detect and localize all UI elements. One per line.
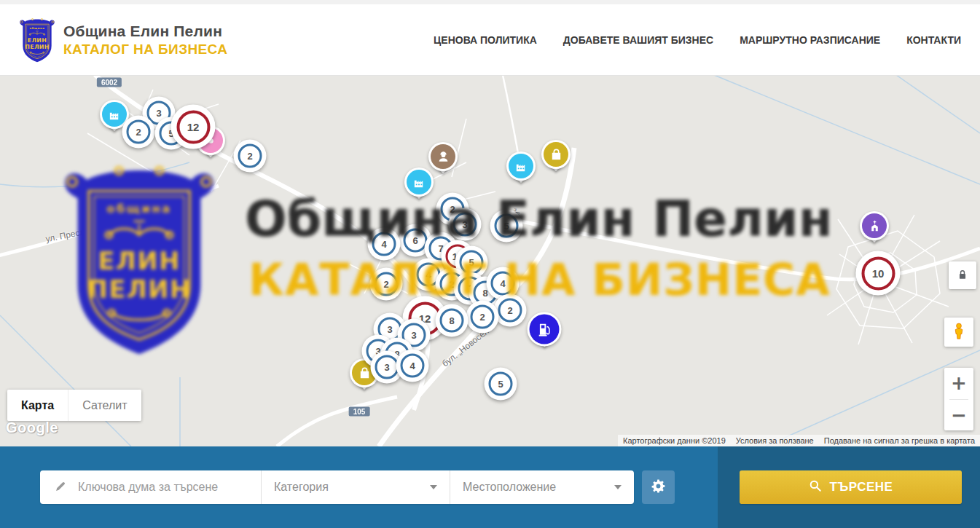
factory-icon (108, 108, 122, 122)
brand-title: Община Елин Пелин (63, 23, 227, 40)
attribution-report-link[interactable]: Подаване на сигнал за грешка в картата (819, 436, 980, 445)
keyword-input[interactable] (77, 480, 254, 494)
cluster-count: 10 (872, 267, 885, 280)
chevron-down-icon (614, 485, 622, 489)
map-type-map-button[interactable]: Карта (7, 390, 68, 421)
cluster-marker[interactable]: 2 (370, 268, 403, 301)
search-button[interactable]: ТЪРСЕНЕ (740, 470, 962, 504)
shopping-bag-icon (358, 366, 372, 380)
cluster-count: 3 (387, 324, 392, 335)
zoom-control: + − (944, 368, 973, 430)
category-pin-factory[interactable] (506, 151, 536, 181)
page: община ЕЛИН ПЕЛИН Община Елин Пелин КАТА… (0, 0, 980, 528)
fuel-icon (536, 320, 553, 338)
brand[interactable]: община ЕЛИН ПЕЛИН Община Елин Пелин КАТА… (19, 16, 227, 64)
cluster-count: 4 (500, 278, 505, 289)
factory-icon (514, 159, 528, 173)
street-view-pegman-button[interactable] (944, 318, 973, 347)
cluster-count: 5 (498, 379, 503, 390)
cluster-count: 4 (409, 360, 415, 371)
road-shield-label: 105 (349, 407, 370, 417)
cluster-marker[interactable]: 3 (449, 208, 482, 241)
crest-word-name2: ПЕЛИН (25, 44, 49, 50)
shopping-bag-icon (549, 148, 563, 162)
advanced-options-button[interactable] (642, 470, 675, 504)
cluster-marker[interactable]: 2 (466, 301, 499, 334)
chevron-down-icon (430, 485, 437, 489)
lock-icon (956, 268, 969, 283)
cluster-count: 12 (187, 121, 200, 133)
cluster-count: 6 (412, 235, 418, 246)
nav-add-your-business[interactable]: ДОБАВЕТЕ ВАШИЯТ БИЗНЕС (563, 34, 713, 46)
search-icon (809, 479, 822, 496)
map-canvas[interactable]: 6002105ул. Преславбул. „Новоселци“ (0, 75, 980, 446)
zoom-in-button[interactable]: + (944, 368, 973, 399)
cluster-count: 3 (156, 108, 161, 119)
cluster-marker[interactable]: 12 (171, 105, 216, 149)
cluster-count: 4 (381, 239, 386, 250)
category-pin-shopping-bag[interactable] (541, 140, 571, 169)
zoom-out-button[interactable]: − (944, 400, 973, 431)
category-select-value: Категория (274, 481, 329, 494)
cluster-marker[interactable]: 10 (856, 251, 901, 296)
pegman-icon (949, 322, 968, 343)
search-button-label: ТЪРСЕНЕ (830, 480, 893, 494)
attribution-copyright: Картографски данни ©2019 (618, 436, 731, 445)
location-select[interactable]: Местоположение (450, 470, 634, 504)
factory-icon (412, 176, 426, 189)
cluster-count: 3 (411, 330, 416, 341)
cluster-count: 2 (479, 312, 485, 323)
nav-route-schedule[interactable]: МАРШРУТНО РАЗПИСАНИЕ (740, 34, 880, 46)
cluster-count: 2 (136, 127, 141, 138)
cluster-count: 4 (426, 269, 431, 280)
map-type-satellite-button[interactable]: Сателит (68, 390, 141, 421)
location-select-value: Местоположение (463, 481, 556, 494)
church-icon (868, 219, 882, 233)
cluster-count: 5 (503, 221, 509, 232)
nav-pricing-policy[interactable]: ЦЕНОВА ПОЛИТИКА (434, 34, 537, 46)
category-pin-church[interactable] (860, 211, 889, 240)
google-logo[interactable]: Google (6, 419, 58, 436)
road-shield-label: 6002 (97, 78, 122, 87)
lock-button[interactable] (949, 261, 976, 289)
map-type-control: Карта Сателит (7, 390, 141, 421)
cluster-marker[interactable]: 5 (485, 368, 517, 401)
search-bar: Категория Местоположение ТЪРСЕНЕ (0, 446, 980, 528)
category-select[interactable]: Категория (261, 470, 450, 504)
cluster-marker[interactable]: 2 (234, 140, 267, 173)
attribution-terms-link[interactable]: Условия за ползване (731, 436, 819, 445)
cluster-marker[interactable]: 5 (490, 210, 523, 243)
cluster-marker[interactable]: 4 (368, 228, 401, 261)
category-pin-factory[interactable] (404, 168, 434, 197)
map-attribution: Картографски данни ©2019 Условия за полз… (618, 435, 980, 446)
category-pin-fuel[interactable] (528, 312, 562, 347)
cluster-count: 3 (462, 219, 467, 230)
cluster-count: 3 (384, 362, 389, 373)
worker-icon (436, 150, 450, 164)
gear-icon (651, 478, 666, 496)
cluster-marker[interactable]: 8 (436, 304, 469, 337)
crest-word-top: община (30, 26, 45, 30)
pencil-icon (55, 480, 67, 495)
brand-subtitle: КАТАЛОГ НА БИЗНЕСА (63, 42, 227, 58)
cluster-count: 2 (507, 305, 512, 316)
nav-contacts[interactable]: КОНТАКТИ (906, 34, 961, 46)
municipality-crest-logo: община ЕЛИН ПЕЛИН (19, 16, 55, 64)
keyword-field[interactable] (40, 470, 261, 504)
cluster-marker[interactable]: 2 (122, 116, 155, 149)
category-pin-worker[interactable] (428, 142, 458, 171)
cluster-count: 2 (247, 151, 252, 162)
cluster-count: 2 (383, 279, 388, 290)
cluster-marker[interactable]: 2 (494, 294, 527, 327)
main-nav: ЦЕНОВА ПОЛИТИКА ДОБАВЕТЕ ВАШИЯТ БИЗНЕС М… (434, 34, 961, 46)
cluster-marker[interactable]: 4 (396, 350, 429, 382)
header: община ЕЛИН ПЕЛИН Община Елин Пелин КАТА… (0, 0, 980, 75)
cluster-count: 8 (449, 315, 454, 326)
cluster-count: 5 (469, 257, 474, 268)
search-fields-group: Категория Местоположение (40, 470, 634, 504)
crest-word-name1: ЕЛИН (28, 37, 47, 44)
